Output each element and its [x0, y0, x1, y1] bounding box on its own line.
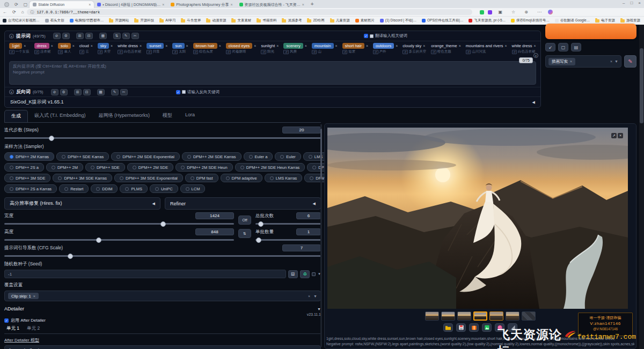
- gallery-thumbnail[interactable]: [506, 311, 519, 321]
- prompt-tag[interactable]: cloudy sky×译多云的天空: [402, 43, 426, 57]
- prompt-tag[interactable]: orange_theme×译橙色主题: [431, 43, 460, 57]
- window-minimize-button[interactable]: –: [623, 1, 625, 5]
- sampler-option[interactable]: DPM++ 3M SDE Exponential: [114, 174, 183, 182]
- remove-tag-icon[interactable]: ×: [254, 44, 256, 48]
- gallery-thumbnail[interactable]: [522, 311, 536, 321]
- sampler-option[interactable]: DPM++ 2S a: [4, 163, 44, 172]
- styles-dropdown[interactable]: 插画写实 × ×▼: [545, 55, 621, 68]
- bookmark-item[interactable]: AI学习: [159, 18, 175, 23]
- sixgod-accordion[interactable]: SixGod_K提示词 v1.65.1 ◀: [5, 96, 540, 107]
- remove-tag-icon[interactable]: ×: [459, 44, 461, 48]
- tag-chip[interactable]: sun: [172, 43, 184, 49]
- slider-handle[interactable]: [258, 221, 264, 227]
- adetailer-unit1-tab[interactable]: 单元 1: [6, 325, 19, 332]
- tab-close-icon[interactable]: ×: [162, 3, 164, 6]
- save-button[interactable]: [456, 323, 466, 332]
- tab-close-icon[interactable]: ×: [302, 3, 304, 6]
- gallery-thumbnail[interactable]: [441, 311, 455, 321]
- slider-handle[interactable]: [256, 237, 261, 243]
- bookmark-item[interactable]: 开源网站: [109, 18, 129, 23]
- bookmark-item[interactable]: 斗鱼世界: [181, 18, 201, 23]
- override-chip[interactable]: Clip skip: 1 ×: [8, 293, 39, 299]
- sampler-option[interactable]: Euler: [275, 152, 301, 161]
- close-image-icon[interactable]: ×: [618, 133, 623, 138]
- edit-icon[interactable]: ✎: [111, 89, 119, 95]
- tab-close-icon[interactable]: ×: [230, 3, 232, 6]
- width-value[interactable]: 1424: [195, 212, 234, 219]
- remove-tag-icon[interactable]: ×: [423, 44, 425, 48]
- collections-icon[interactable]: ⊕: [524, 10, 528, 14]
- remove-tag-icon[interactable]: ×: [305, 44, 307, 48]
- steps-value[interactable]: 20: [282, 127, 321, 133]
- sampler-option[interactable]: Restart: [59, 184, 89, 193]
- bookmark-item[interactable]: 石头文创: [45, 18, 64, 23]
- prompt-tag[interactable]: mountain×译山: [312, 43, 338, 57]
- secondary-checkbox[interactable]: [182, 90, 186, 94]
- prompt-tag[interactable]: dress×译连衣裙: [34, 43, 53, 57]
- tag-chip[interactable]: outdoors: [373, 43, 394, 49]
- steps-slider[interactable]: [4, 137, 321, 139]
- bookmark-item[interactable]: 飞天资源类, pr小5…: [469, 18, 506, 23]
- browser-tab[interactable]: 资源社区类视频综合性 - 飞天资…×: [236, 1, 308, 8]
- sampler-option[interactable]: DPM adaptive: [221, 174, 262, 182]
- reuse-seed-button[interactable]: ♻: [300, 270, 310, 278]
- bookmark-item[interactable]: 保存Emoji表情符号…: [511, 18, 550, 23]
- collapse-tags-icon[interactable]: ∨: [533, 53, 538, 58]
- styles-icon[interactable]: ▤: [571, 43, 581, 51]
- tag-chip[interactable]: 1girl: [9, 43, 22, 49]
- slider-handle[interactable]: [49, 136, 54, 141]
- gallery-thumbnail[interactable]: [489, 311, 503, 321]
- image-button[interactable]: [482, 323, 492, 332]
- disable-icon[interactable]: ⊘: [53, 33, 61, 39]
- gallery-thumbnail[interactable]: [425, 311, 439, 321]
- dropdown-arrow-icon[interactable]: ▼: [313, 294, 317, 298]
- profile-avatar-icon[interactable]: [4, 2, 9, 7]
- bookmark-item[interactable]: 游戏资源: [620, 18, 640, 23]
- sampler-option[interactable]: DPM++ 3M SDE Karras: [53, 174, 112, 182]
- copy-icon[interactable]: ⊞: [76, 33, 84, 39]
- batch-size-slider[interactable]: [255, 239, 321, 241]
- generated-image[interactable]: ↗ ×: [327, 128, 628, 309]
- generate-button[interactable]: [545, 24, 636, 39]
- remove-tag-icon[interactable]: ×: [335, 44, 338, 48]
- sampler-option[interactable]: DPM++ 2S a Karras: [4, 184, 57, 193]
- gallery-thumbnail[interactable]: [473, 311, 487, 321]
- browser-tab[interactable]: Photographers Midjourney 分享×: [167, 1, 236, 8]
- batch-size-value[interactable]: 1: [296, 228, 321, 235]
- tab-close-icon[interactable]: ×: [89, 3, 91, 6]
- tag-chip[interactable]: mountain: [312, 43, 334, 49]
- prompt-tag[interactable]: scenery×译风景: [283, 43, 306, 57]
- new-tab-button[interactable]: +: [311, 1, 314, 7]
- remove-tag-icon[interactable]: ×: [533, 44, 536, 48]
- extra-seed-checkbox[interactable]: [312, 272, 316, 276]
- sampler-option[interactable]: DPM++ 2M Karras: [4, 152, 54, 161]
- page-scrollbar[interactable]: [639, 25, 644, 349]
- cut-icon[interactable]: ✂: [131, 33, 139, 39]
- tab-嵌入式 (T.I. Embedding)[interactable]: 嵌入式 (T.I. Embedding): [28, 110, 92, 122]
- prompt-tag[interactable]: mountains and rivers×译山川河流: [466, 43, 507, 57]
- sampler-option[interactable]: UniPC: [150, 184, 178, 193]
- negative-prompt-textarea[interactable]: 反向提示词 (按 Ctrl+Enter 或 Alt+Enter 开始生成) Ne…: [9, 61, 536, 85]
- slider-handle[interactable]: [96, 237, 101, 243]
- secondary-checkbox[interactable]: [370, 34, 374, 38]
- slider-handle[interactable]: [68, 254, 73, 259]
- refiner-accordion[interactable]: Refiner◀: [165, 197, 321, 210]
- remove-tag-icon[interactable]: ×: [51, 44, 53, 48]
- tag-chip[interactable]: dress: [34, 43, 49, 49]
- window-maximize-button[interactable]: □: [630, 1, 633, 5]
- back-icon[interactable]: ←: [3, 10, 7, 14]
- remove-tag-icon[interactable]: ×: [72, 44, 75, 48]
- sampler-option[interactable]: LCM: [180, 184, 206, 193]
- seed-input[interactable]: -1: [4, 270, 286, 278]
- prompt-tag[interactable]: outdoors×译户外: [373, 43, 398, 57]
- clear-prompt-icon[interactable]: ▢: [558, 43, 568, 51]
- hires-fix-accordion[interactable]: 高分辨率修复 (Hires. fix)◀: [4, 197, 160, 210]
- remove-tag-icon[interactable]: ×: [276, 44, 279, 48]
- folder-button[interactable]: [443, 323, 453, 332]
- bookmark-item[interactable]: 电子资源: [595, 18, 615, 23]
- tag-chip[interactable]: short hair: [342, 43, 364, 49]
- vertical-tabs-icon[interactable]: ▢: [24, 2, 28, 7]
- bookmark-item[interactable]: 素材图片: [355, 18, 375, 23]
- sampler-option[interactable]: DPM++ 2M SDE Heun Karras: [235, 163, 305, 172]
- tab-超网络 (Hypernetworks)[interactable]: 超网络 (Hypernetworks): [92, 110, 157, 122]
